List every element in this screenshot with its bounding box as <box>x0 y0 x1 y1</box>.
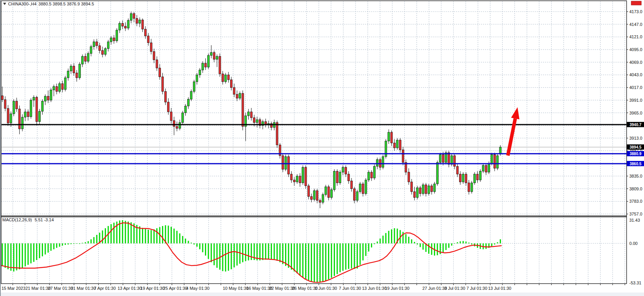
time-axis-label: 22 May 01:30 <box>269 286 295 291</box>
candle-bear <box>84 56 86 62</box>
chart-canvas[interactable]: 4173.04147.04121.04095.04069.04043.04017… <box>0 0 644 296</box>
candle-bull <box>239 93 241 98</box>
time-axis-label: 1 Jun 01:30 <box>315 286 337 291</box>
candle-bull <box>497 156 499 168</box>
candle-bull <box>116 30 118 41</box>
gridlines <box>2 2 626 284</box>
candle-bull <box>67 71 69 78</box>
price-tag-label: 3880.9 <box>630 152 642 156</box>
time-axis-label: 15 Mar 2023 <box>2 286 26 291</box>
arrow-head <box>511 107 519 120</box>
candle-bear <box>485 165 487 172</box>
price-axis-label: 4095.0 <box>629 47 642 52</box>
candle-bull <box>139 20 141 23</box>
price-axis-label: 3783.0 <box>629 199 642 204</box>
candle-bull <box>434 184 436 192</box>
candle-bull <box>82 56 84 64</box>
candle-bull <box>368 172 370 180</box>
symbol-text: CHINA300-,H4 <box>8 2 36 6</box>
candle-bear <box>282 156 284 169</box>
candle-bull <box>104 49 106 55</box>
candle-bull <box>333 171 335 190</box>
candle-bull <box>130 14 132 21</box>
candle-bear <box>362 184 364 193</box>
candle-bear <box>442 155 444 163</box>
candle-bull <box>428 186 430 193</box>
candle-bear <box>316 191 318 200</box>
candle-bull <box>107 42 109 49</box>
time-axis-label: 27 Jun 01:30 <box>422 286 447 291</box>
candle-bull <box>24 112 26 117</box>
candle-bull <box>207 55 209 67</box>
candle-bull <box>13 101 15 114</box>
candle-bear <box>162 77 164 91</box>
candle-bull <box>210 53 212 56</box>
candle-bear <box>176 127 178 128</box>
candle-bull <box>10 114 12 123</box>
candle-bear <box>253 118 255 123</box>
candle-bull <box>119 23 121 30</box>
candle-bear <box>147 36 149 43</box>
candle-bull <box>451 156 453 164</box>
candle-bear <box>402 150 404 163</box>
candle-bull <box>417 188 419 197</box>
candle-bear <box>242 93 244 127</box>
candle-bull <box>93 42 95 47</box>
candle-bull <box>365 180 367 193</box>
candle-bear <box>96 42 98 46</box>
candle-bear <box>276 123 278 145</box>
candle-bull <box>248 112 249 116</box>
time-axis-label: 25 Apr 01:30 <box>163 286 187 291</box>
candle-bull <box>41 101 43 111</box>
candle-bear <box>213 53 215 60</box>
candle-bull <box>325 187 327 195</box>
chart-dropdown-icon[interactable] <box>3 3 6 5</box>
candle-bear <box>290 174 292 180</box>
macd-name: MACD(12,26,9) <box>2 217 32 222</box>
candle-bear <box>133 14 135 19</box>
candle-bear <box>150 43 152 51</box>
candle-bull <box>499 147 501 154</box>
candle-bull <box>70 66 72 71</box>
candle-bull <box>64 78 66 89</box>
candle-bear <box>288 157 290 174</box>
candle-bear <box>371 172 372 178</box>
price-axis: 4173.04147.04121.04095.04069.04043.04017… <box>627 9 644 285</box>
candle-bear <box>7 108 9 123</box>
candle-bear <box>205 63 207 67</box>
price-tag-label: 3940.7 <box>630 123 642 127</box>
candle-bear <box>411 182 413 192</box>
candle-bear <box>233 87 235 94</box>
macd-axis-label: 31.43 <box>629 218 640 222</box>
candle-bull <box>376 159 378 166</box>
candle-bear <box>465 174 467 183</box>
candle-bear <box>142 20 143 29</box>
time-axis-label: 21 Mar 01:30 <box>26 286 51 291</box>
candle-bull <box>491 155 493 164</box>
top-right-marker-icon[interactable] <box>631 1 641 5</box>
time-axis-label: 16 May 01:30 <box>246 286 272 291</box>
candle-bull <box>53 87 55 90</box>
time-axis-label: 7 Jul 01:30 <box>466 286 487 291</box>
candle-bear <box>164 91 166 102</box>
candle-bull <box>488 163 490 172</box>
candle-bear <box>250 112 252 118</box>
price-axis-label: 3913.0 <box>629 136 642 140</box>
candle-bear <box>413 192 415 197</box>
candle-bull <box>382 157 384 168</box>
candle-bear <box>399 140 401 150</box>
candle-bear <box>477 174 478 180</box>
candle-bull <box>422 185 424 194</box>
candle-bear <box>76 73 78 78</box>
candle-bear <box>468 183 470 192</box>
candle-bull <box>216 56 218 60</box>
candle-bear <box>231 80 232 87</box>
candle-bull <box>471 183 473 192</box>
price-axis-label: 4069.0 <box>629 60 642 65</box>
candle-bear <box>222 74 224 82</box>
candle-bull <box>256 120 258 123</box>
candle-bull <box>482 165 484 171</box>
candle-bear <box>113 38 115 41</box>
candle-bull <box>184 106 186 113</box>
candle-bear <box>102 51 104 55</box>
